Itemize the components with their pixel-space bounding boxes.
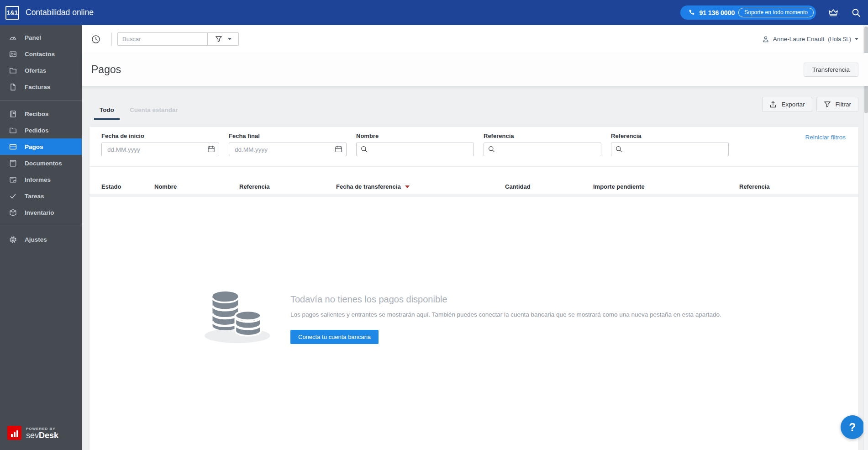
sidebar-item-ofertas[interactable]: Ofertas [0,62,82,79]
search-filter-dropdown[interactable] [208,32,239,46]
export-button[interactable]: Exportar [762,97,812,112]
fecha-inicio-input[interactable] [101,143,219,156]
tab-cuenta-estandar[interactable]: Cuenta estándar [124,106,184,120]
sidebar-item-label: Informes [25,176,51,183]
checkmark-icon [9,192,17,200]
transfer-button[interactable]: Transferencia [804,63,858,77]
credit-card-icon [9,143,17,151]
empty-state-title: Todavía no tienes los pagos disponible [290,294,721,305]
export-icon [769,101,777,108]
referencia-input-2[interactable] [611,143,729,156]
app-title: Contabilidad online [26,8,94,17]
archive-icon [9,159,17,167]
support-phone-number: 91 136 0000 [699,9,735,16]
column-cantidad[interactable]: Cantidad [505,183,593,190]
sidebar-divider [0,226,82,226]
main-content: Anne-Laure Enault (Hola SL) Pagos Transf… [82,25,868,450]
sidebar-item-inventario[interactable]: Inventario [0,204,82,221]
gear-icon [9,236,17,244]
sidebar-item-pagos[interactable]: Pagos [0,138,82,155]
powered-by-sevdesk[interactable]: POWERED BY sevDesk [7,426,58,440]
sidebar-item-pedidos[interactable]: Pedidos [0,122,82,138]
receipt-book-icon [9,110,17,118]
search-icon [488,145,495,153]
sidebar-item-label: Tareas [25,193,44,200]
filter-fecha-final: Fecha final [229,132,347,156]
sidebar-item-facturas[interactable]: Facturas [0,79,82,95]
nombre-input[interactable] [356,143,474,156]
powered-by-label: POWERED BY [26,427,58,431]
sidebar-item-label: Ofertas [25,67,46,74]
vertical-scrollbar[interactable] [863,25,868,450]
chevron-down-icon [228,38,231,40]
column-referencia[interactable]: Referencia [239,183,336,190]
support-phone-pill[interactable]: 91 136 0000 Soporte en todo momento [680,5,816,20]
coins-illustration [203,287,274,344]
column-estado[interactable]: Estado [101,183,154,190]
column-referencia-2[interactable]: Referencia [739,183,847,190]
toolbar-divider [111,32,112,46]
sidebar-item-label: Inventario [25,209,54,216]
upgrade-crown-icon[interactable] [828,7,839,18]
sidebar-item-recibos[interactable]: Recibos [0,106,82,122]
empty-state-description: Los pagos salientes y entrantes se mostr… [290,311,721,318]
filter-referencia-1: Referencia [484,132,601,156]
brand-logo[interactable]: 1&1 [5,6,19,20]
page-header: Pagos Transferencia [82,53,868,86]
column-fecha-transferencia[interactable]: Fecha de transferencia [336,183,505,190]
filter-nombre: Nombre [356,132,474,156]
chevron-down-icon [855,38,858,40]
sidebar-item-label: Ajustes [25,236,47,243]
search-input[interactable] [117,32,208,46]
sidebar-item-informes[interactable]: Informes [0,171,82,188]
calendar-icon[interactable] [335,145,342,153]
calendar-icon[interactable] [207,145,215,153]
dashboard-icon [9,34,17,42]
fecha-final-input[interactable] [229,143,347,156]
folder-icon [9,67,17,74]
sidebar-item-label: Facturas [25,84,50,90]
sidebar-item-label: Pedidos [25,127,49,134]
document-icon [9,83,17,91]
folder-icon [9,127,17,134]
filter-button[interactable]: Filtrar [816,97,859,112]
sidebar-item-label: Documentos [25,160,62,167]
sort-desc-icon [405,185,410,188]
reset-filters-link[interactable]: Reiniciar filtros [805,134,846,141]
funnel-icon [215,36,222,43]
filter-row: Fecha de inicio Fecha final Nombre [89,127,858,167]
column-nombre[interactable]: Nombre [154,183,239,190]
connect-bank-account-button[interactable]: Conecta tu cuenta bancaria [290,330,379,344]
funnel-icon [824,101,831,108]
contacts-icon [9,50,17,58]
search-icon [360,145,368,153]
global-search [117,32,239,46]
filter-referencia-2: Referencia [611,132,729,156]
search-icon[interactable] [851,7,862,18]
history-clock-icon[interactable] [91,35,100,44]
sevdesk-brand: sevDesk [26,431,58,439]
filter-fecha-inicio: Fecha de inicio [101,132,219,156]
empty-state: Todavía no tienes los pagos disponible L… [203,287,858,344]
user-icon [762,36,769,43]
sidebar-item-ajustes[interactable]: Ajustes [0,231,82,248]
payments-card: Fecha de inicio Fecha final Nombre [89,127,858,450]
help-button[interactable]: ? [841,415,864,439]
report-icon [9,176,17,184]
sidebar-item-tareas[interactable]: Tareas [0,188,82,204]
box-icon [9,209,17,217]
sidebar-item-label: Contactos [25,51,55,58]
sevdesk-logo-icon [7,426,21,440]
sidebar-item-contactos[interactable]: Contactos [0,46,82,62]
page-title: Pagos [91,64,121,76]
column-importe-pendiente[interactable]: Importe pendiente [593,183,739,190]
user-name: Anne-Laure Enault [773,36,825,42]
user-menu[interactable]: Anne-Laure Enault (Hola SL) [762,36,858,43]
tab-todo[interactable]: Todo [94,106,120,120]
sidebar-item-label: Panel [25,34,41,41]
sidebar-divider [0,100,82,101]
referencia-input-1[interactable] [484,143,601,156]
table-header-shadow [89,194,858,197]
sidebar-item-documentos[interactable]: Documentos [0,155,82,171]
sidebar-item-panel[interactable]: Panel [0,29,82,46]
